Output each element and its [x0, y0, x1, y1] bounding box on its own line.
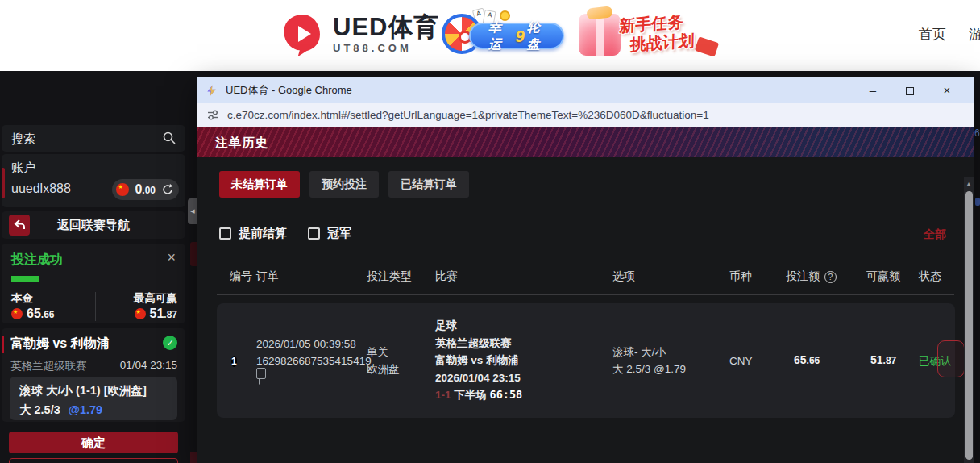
confirm-button[interactable]: 确定	[9, 432, 178, 453]
tab-reserved-bets[interactable]: 预约投注	[309, 171, 379, 198]
all-link[interactable]: 全部	[924, 227, 946, 242]
balance-value: 0.00	[135, 182, 156, 197]
checkbox-champion[interactable]: 冠军	[308, 226, 351, 241]
table-header: 编号 订单 投注类型 比赛 选项 币种 投注额? 可赢额 状态	[217, 269, 954, 295]
order-id: 1629826687535415419	[256, 352, 363, 369]
help-icon[interactable]: ?	[824, 271, 837, 283]
back-to-league-nav-button[interactable]: 返回联赛导航	[2, 211, 185, 239]
brand-name: UED体育	[333, 15, 439, 40]
check-circle-icon: ✓	[163, 336, 177, 350]
col-order: 订单	[252, 269, 363, 284]
potential-win-value: 51.87	[870, 353, 896, 366]
nav-item-games-partial[interactable]: 游	[969, 25, 980, 44]
address-bar[interactable]: c.e70cz.com/index.html#/settled?getUrlLa…	[197, 103, 974, 127]
wheel-banner-text1: 幸运	[488, 19, 513, 53]
scroll-up-arrow[interactable]: ▲	[964, 177, 974, 190]
table-row[interactable]: 1 2026/01/05 00:39:58 162982668753541541…	[217, 303, 955, 418]
col-stake: 投注额?	[782, 269, 862, 284]
progress-bar	[11, 276, 39, 282]
edge-content-fragment: 6	[974, 127, 980, 139]
checkbox-early-settlement[interactable]: 提前结算	[219, 226, 287, 241]
selection-odds: @1.79	[69, 403, 102, 416]
league: 英格兰超级联赛	[435, 335, 608, 352]
match-league: 英格兰超级联赛	[10, 359, 87, 373]
row-action-button-partial[interactable]	[937, 340, 965, 377]
secondary-button-partial[interactable]	[9, 458, 178, 463]
hidden-content-fragment	[190, 242, 197, 266]
site-header: UED体育 UT88.COM A A 幸运 9 轮盘 新手任务 挑战计划 首页 …	[0, 0, 980, 71]
lightning-favicon	[206, 85, 218, 97]
max-win-label: 最高可赢	[134, 291, 177, 306]
search-bar[interactable]: 搜索	[2, 125, 185, 152]
col-status: 状态	[915, 269, 954, 284]
brand-icon	[280, 12, 324, 56]
selection-pick: 大 2.5/3	[19, 403, 60, 416]
maximize-button[interactable]	[891, 77, 928, 103]
gift-icon	[579, 14, 621, 56]
wheel-banner-number: 9	[515, 27, 525, 46]
cny-flag-icon	[11, 308, 23, 319]
minimize-button[interactable]: –	[854, 77, 891, 103]
tab-unsettled-orders[interactable]: 未结算订单	[219, 171, 300, 198]
edge-content-fragment	[975, 198, 980, 206]
copy-icon[interactable]	[259, 371, 260, 385]
lucky-wheel-banner[interactable]: A A 幸运 9 轮盘	[442, 9, 564, 60]
account-username: uuedlx888	[11, 181, 71, 196]
tab-settled-orders[interactable]: 已结算订单	[388, 171, 469, 198]
match-period: 下半场	[454, 389, 487, 401]
teams: 富勒姆 vs 利物浦	[435, 352, 608, 369]
match-cell: 足球 英格兰超级联赛 富勒姆 vs 利物浦 2026/01/04 23:15 1…	[431, 317, 608, 404]
match-time: 01/04 23:15	[120, 359, 177, 371]
checkbox-icon[interactable]	[219, 227, 231, 240]
bet-success-panel: 投注成功 × 本金 最高可赢 65.66 51.87	[2, 244, 185, 323]
cny-flag-icon	[116, 183, 129, 196]
bet-type-cell: 单关 欧洲盘	[363, 344, 431, 377]
balance-pill[interactable]: 0.00	[112, 179, 179, 200]
bet-success-title: 投注成功	[11, 252, 63, 269]
match-clock: 66:58	[490, 388, 523, 401]
option-cell: 滚球- 大/小 大 2.5/3 @1.79	[608, 344, 725, 377]
close-button[interactable]: ×	[928, 77, 965, 103]
window-titlebar[interactable]: UED体育 - Google Chrome – ×	[197, 77, 974, 103]
bet-slip-card: 富勒姆 vs 利物浦 ✓ 英格兰超级联赛 01/04 23:15 滚球 大/小 …	[2, 328, 185, 422]
nav-item-home[interactable]: 首页	[919, 25, 946, 44]
col-currency: 币种	[725, 269, 782, 284]
newbie-task-banner[interactable]: 新手任务 挑战计划	[577, 7, 734, 64]
scrollbar[interactable]: ▲	[964, 177, 974, 463]
back-arrow-icon	[12, 218, 27, 232]
account-accent-bar	[2, 168, 5, 198]
max-win-value: 51.87	[150, 307, 177, 321]
market-type: 欧洲盘	[367, 361, 431, 377]
row-number-badge: 1	[231, 356, 237, 367]
match-teams: 富勒姆 vs 利物浦	[10, 336, 110, 352]
divider	[95, 292, 96, 321]
bet-type: 单关	[367, 344, 431, 361]
col-number: 编号	[217, 269, 252, 284]
account-panel: 账户 uuedlx888 0.00	[2, 154, 185, 207]
col-win: 可赢额	[862, 269, 915, 284]
scrollbar-thumb[interactable]	[965, 191, 973, 460]
refresh-icon[interactable]	[161, 183, 174, 196]
checkbox-icon[interactable]	[308, 227, 320, 240]
page-title: 注单历史	[197, 127, 974, 157]
principal-label: 本金	[11, 291, 33, 306]
hidden-content-fragment	[190, 452, 197, 463]
bet-history-page: 注单历史 未结算订单 预约投注 已结算订单 提前结算 冠军 全部 编号 订单	[197, 127, 974, 463]
site-logo[interactable]: UED体育 UT88.COM	[280, 12, 439, 56]
order-time: 2026/01/05 00:39:58	[256, 336, 363, 352]
match-time: 2026/01/04 23:15	[435, 369, 608, 387]
col-bet-type: 投注类型	[363, 269, 431, 284]
sport: 足球	[435, 317, 608, 335]
order-tabs: 未结算订单 预约投注 已结算订单	[219, 171, 469, 198]
sidebar-collapse-handle[interactable]: ◀	[188, 198, 197, 224]
col-match: 比赛	[431, 269, 608, 284]
tune-icon[interactable]	[207, 109, 219, 121]
brand-domain: UT88.COM	[333, 42, 439, 54]
search-icon[interactable]	[163, 131, 176, 144]
close-icon[interactable]: ×	[167, 249, 176, 266]
url-text[interactable]: c.e70cz.com/index.html#/settled?getUrlLa…	[227, 109, 709, 121]
order-cell: 2026/01/05 00:39:58 1629826687535415419	[252, 336, 363, 386]
stake-value: 65.66	[794, 353, 820, 366]
chrome-window: UED体育 - Google Chrome – × c.e70cz.com/in…	[197, 77, 974, 463]
cny-flag-icon	[135, 308, 146, 319]
